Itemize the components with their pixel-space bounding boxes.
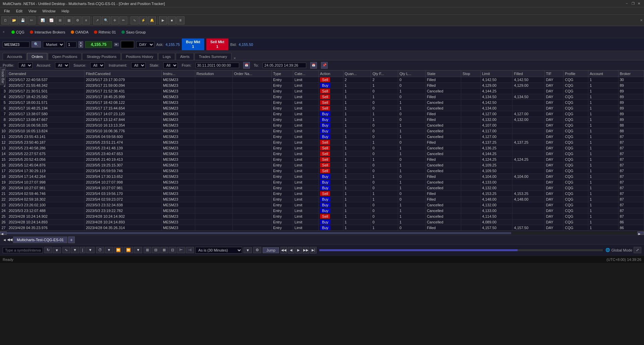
- qty-up-btn[interactable]: ▲: [78, 41, 83, 45]
- table-row[interactable]: 26 2023/4/28 10:24:14.893 2023/4/28 10:2…: [0, 219, 644, 225]
- table-row[interactable]: 8 2023/5/17 13:08:47.667 2023/5/17 13:12…: [0, 117, 644, 123]
- col-broker[interactable]: Broker: [618, 71, 644, 77]
- add-chart-tab-button[interactable]: +: [68, 236, 75, 243]
- time-down2-btn[interactable]: ▼: [134, 247, 142, 253]
- col-type[interactable]: Type: [272, 71, 293, 77]
- playback-prev-btn[interactable]: ◀◀: [280, 247, 287, 254]
- bar-style-btn[interactable]: ▼: [71, 247, 79, 253]
- table-row[interactable]: 1 2023/5/17 22:40:58.537 2023/5/17 23:17…: [0, 77, 644, 83]
- tab-alerts[interactable]: Alerts: [176, 53, 194, 60]
- color-picker[interactable]: [121, 41, 134, 48]
- col-qty-f[interactable]: Qty F...: [371, 71, 398, 77]
- menu-window[interactable]: Window: [40, 8, 58, 14]
- tab-open-positions[interactable]: Open Positions: [48, 53, 82, 60]
- menu-file[interactable]: File: [1, 8, 13, 14]
- col-filled[interactable]: Filled: [513, 71, 544, 77]
- col-qty-l[interactable]: Qty L...: [398, 71, 425, 77]
- interval-settings-btn[interactable]: ⚙: [253, 247, 261, 253]
- candle-style-btn[interactable]: |: [80, 247, 86, 253]
- from-calendar-button[interactable]: 📅: [243, 62, 250, 69]
- time-fast-btn[interactable]: ⏩: [114, 247, 123, 253]
- broker-rithmic[interactable]: Rithmic 01: [94, 30, 116, 34]
- table-row[interactable]: 23 2023/5/3 23:26:02.100 2023/5/3 23:32:…: [0, 202, 644, 208]
- expand-btn[interactable]: ⤢: [634, 247, 641, 253]
- trade-bar-side-tab[interactable]: Trade Bar: [0, 67, 6, 85]
- menu-edit[interactable]: Edit: [13, 8, 25, 14]
- instrument-select[interactable]: All: [131, 62, 146, 68]
- broker-interactive[interactable]: Interactive Brokers: [30, 30, 65, 34]
- interval-select[interactable]: As is (30 Minutes) 1 Minute 5 Minutes Da…: [195, 247, 242, 254]
- toolbar-close-icon[interactable]: ✕: [640, 18, 643, 22]
- col-resolution[interactable]: Resolution: [195, 71, 232, 77]
- table-row[interactable]: 24 2023/5/3 23:12:07.488 2023/5/3 23:19:…: [0, 208, 644, 214]
- tab-nav-prev[interactable]: ◄: [3, 238, 6, 242]
- col-action[interactable]: Action: [319, 71, 343, 77]
- jump-button[interactable]: Jump: [263, 247, 279, 253]
- col-order-name[interactable]: Order Na...: [232, 71, 272, 77]
- quantity-input[interactable]: [66, 42, 76, 48]
- playback-play-btn[interactable]: ▶: [295, 247, 302, 254]
- pin-button[interactable]: 📌: [321, 62, 328, 69]
- broker-cqg[interactable]: CQG: [11, 30, 24, 34]
- col-filed[interactable]: Filed\Canceled: [84, 71, 161, 77]
- tab-positions-history[interactable]: Positions History: [121, 53, 158, 60]
- table-row[interactable]: 25 2023/4/28 10:24:14.902 2023/4/28 10:2…: [0, 214, 644, 219]
- order-type-select[interactable]: Market Limit Stop: [43, 41, 64, 48]
- scroll-right-btn[interactable]: ►: [637, 231, 644, 235]
- table-row[interactable]: 27 2023/4/28 04:35:23.976 2023/4/28 04:3…: [0, 225, 644, 231]
- table-row[interactable]: 10 2023/5/10 16:05:13.824 2023/5/10 16:0…: [0, 128, 644, 134]
- scrollbar-thumb[interactable]: [7, 232, 511, 234]
- table-row[interactable]: 22 2023/5/4 02:59:18.302 2023/5/4 02:59:…: [0, 197, 644, 202]
- col-instrument[interactable]: Instru...: [162, 71, 195, 77]
- tb-alert-btn[interactable]: 🔔: [148, 16, 156, 24]
- to-calendar-button[interactable]: 📅: [310, 62, 317, 69]
- tb-cut-btn[interactable]: ✄: [28, 16, 36, 24]
- buy-market-button[interactable]: Buy Mkt 1: [182, 39, 204, 50]
- tb-draw-btn[interactable]: ✏: [119, 16, 127, 24]
- tb-stop-btn[interactable]: ■: [168, 16, 176, 24]
- symbol-interval-input[interactable]: [3, 247, 43, 253]
- table-row[interactable]: 4 2023/5/17 18:42:25.582 2023/5/17 18:45…: [0, 94, 644, 100]
- playback-fwd-btn[interactable]: ▶▶: [303, 247, 309, 254]
- duration-select[interactable]: DAY GTC GTD: [136, 41, 154, 48]
- tb-table-btn[interactable]: ▦: [65, 16, 73, 24]
- tab-trades-summary[interactable]: Trades Summary: [195, 53, 231, 60]
- interval-down-btn[interactable]: ▼: [244, 247, 252, 253]
- table-row[interactable]: 21 2023/5/4 02:59:46.746 2023/5/4 03:19:…: [0, 191, 644, 197]
- chart-tab-main[interactable]: Multicharts-Test-CQG-ES-01: [13, 236, 67, 243]
- profile-select[interactable]: All: [18, 62, 33, 68]
- table-row[interactable]: 11 2023/5/5 23:55:43.141 2023/5/6 04:59:…: [0, 134, 644, 140]
- close-button[interactable]: ✕: [637, 1, 641, 6]
- table-row[interactable]: 3 2023/5/17 21:30:51.501 2023/5/17 21:52…: [0, 88, 644, 94]
- col-tif[interactable]: TIF: [544, 71, 564, 77]
- tb-zoom-btn[interactable]: 🔍: [102, 16, 110, 24]
- minimize-button[interactable]: −: [625, 1, 629, 6]
- quantity-stepper[interactable]: ▲ ▼: [78, 41, 83, 48]
- symbol-input[interactable]: [3, 42, 30, 48]
- style-down-btn[interactable]: ▼: [86, 247, 95, 253]
- col-state[interactable]: State: [425, 71, 461, 77]
- restore-button[interactable]: ❐: [631, 1, 635, 6]
- table-row[interactable]: 18 2023/5/4 17:14:42.264 2023/5/4 17:30:…: [0, 174, 644, 180]
- tb-strategy-btn[interactable]: ⚡: [139, 16, 147, 24]
- col-account[interactable]: Account: [588, 71, 619, 77]
- table-row[interactable]: 14 2023/5/5 22:27:57.675 2023/5/5 23:40:…: [0, 151, 644, 157]
- reload-btn[interactable]: ↻ ▼: [44, 247, 61, 253]
- table-row[interactable]: 17 2023/5/4 17:30:29.119 2023/5/4 05:59:…: [0, 168, 644, 174]
- tb-bar-chart-btn[interactable]: 📊: [39, 16, 47, 24]
- table-row[interactable]: 20 2023/5/4 10:27:07.981 2023/5/4 10:27:…: [0, 185, 644, 191]
- tb-save-btn[interactable]: 💾: [19, 16, 27, 24]
- tb-play-btn[interactable]: ▶: [159, 16, 167, 24]
- tab-orders[interactable]: Orders: [27, 53, 47, 60]
- grid-btn4[interactable]: ⊡: [169, 247, 176, 253]
- menu-help[interactable]: Help: [59, 8, 72, 14]
- tb-props-btn[interactable]: ≡: [82, 16, 90, 24]
- tab-nav-first[interactable]: ◀◀: [7, 237, 12, 242]
- table-row[interactable]: 9 2023/5/10 16:06:58.325 2023/5/10 16:13…: [0, 123, 644, 128]
- col-generated[interactable]: Generated: [7, 71, 84, 77]
- tab-strategy-positions[interactable]: Strategy Positions: [82, 53, 121, 60]
- down-arrow-icon[interactable]: ▼: [53, 247, 61, 253]
- symbol-search-button[interactable]: 🔍: [32, 41, 41, 48]
- qty-down-btn[interactable]: ▼: [78, 45, 83, 48]
- time-down-btn[interactable]: ▼: [105, 247, 113, 253]
